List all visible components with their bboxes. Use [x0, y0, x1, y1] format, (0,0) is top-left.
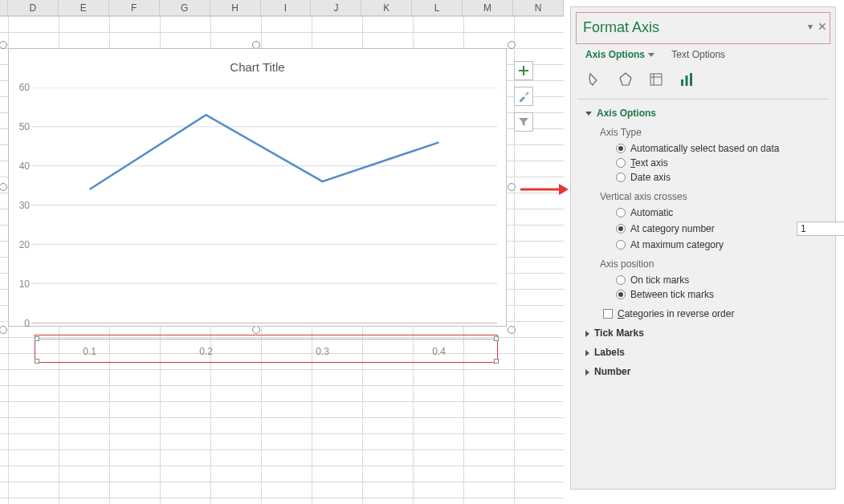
plus-icon [518, 65, 529, 76]
chart-filter-button[interactable] [514, 112, 533, 132]
svg-rect-14 [690, 73, 692, 86]
fill-line-icon[interactable] [585, 70, 605, 89]
x-axis-line[interactable] [36, 339, 496, 339]
format-axis-pane: Format Axis ▾ ✕ Axis Options Text Option… [570, 6, 836, 490]
section-header-labels[interactable]: Labels [585, 347, 835, 358]
input-category-number[interactable] [797, 222, 844, 236]
radio-vcross-catnum[interactable] [616, 224, 626, 234]
col-header[interactable]: H [210, 0, 261, 15]
chart-svg [31, 87, 497, 323]
col-header[interactable]: K [361, 0, 412, 15]
col-header[interactable]: D [8, 0, 59, 15]
plot-area[interactable] [31, 87, 497, 323]
x-axis-labels: 0.1 0.2 0.3 0.4 [31, 346, 497, 362]
col-header[interactable]: F [109, 0, 160, 15]
svg-marker-7 [559, 184, 569, 195]
radio-date-axis[interactable] [616, 173, 626, 182]
radio-label: Between tick marks [630, 289, 714, 300]
section-header-tick-marks[interactable]: Tick Marks [585, 327, 835, 339]
section-header-axis-options[interactable]: Axis Options [585, 108, 835, 119]
funnel-icon [518, 116, 529, 128]
size-properties-icon[interactable] [646, 70, 666, 89]
radio-label: On tick marks [630, 274, 689, 286]
chart-elements-button[interactable] [514, 61, 533, 80]
radio-label: At category number [630, 223, 715, 234]
svg-rect-13 [686, 75, 688, 86]
pane-title: Format Axis [583, 19, 659, 36]
svg-marker-8 [620, 73, 631, 85]
label-vertical-crosses: Vertical axis crosses [600, 191, 835, 202]
radio-label: Automatically select based on data [630, 143, 779, 154]
axis-options-icon[interactable] [677, 70, 696, 89]
pane-header-highlight: Format Axis [576, 12, 830, 44]
col-header[interactable]: G [160, 0, 210, 15]
label-axis-position: Axis position [600, 258, 835, 270]
chart-side-buttons [514, 61, 533, 132]
caret-right-icon [585, 350, 589, 356]
close-icon[interactable]: ✕ [817, 20, 827, 33]
pane-category-icons [585, 70, 835, 89]
dropdown-triangle-icon [648, 53, 654, 57]
section-header-number[interactable]: Number [585, 366, 835, 377]
checkbox-label: Categories in reverse order [618, 308, 734, 319]
radio-vcross-auto[interactable] [616, 208, 626, 217]
radio-auto-data[interactable] [616, 144, 626, 153]
pane-dropdown-icon[interactable]: ▾ [808, 21, 813, 32]
label-axis-type: Axis Type [600, 127, 835, 138]
chart-object[interactable]: Chart Title 60 50 40 30 20 10 0 [8, 48, 507, 327]
y-axis-labels: 60 50 40 30 20 10 0 [14, 87, 30, 323]
radio-vcross-max[interactable] [616, 240, 626, 250]
radio-on-tick[interactable] [616, 275, 626, 285]
col-header[interactable]: L [412, 0, 463, 15]
svg-rect-9 [650, 74, 662, 85]
axis-handle[interactable] [35, 336, 39, 341]
caret-right-icon [585, 331, 589, 337]
col-header[interactable]: N [513, 0, 564, 15]
spreadsheet-grid[interactable]: D E F G H I J K L M N Chart Title 60 50 … [0, 0, 564, 504]
radio-label: Text axis [630, 157, 668, 169]
radio-label: At maximum category [630, 239, 724, 250]
brush-icon [518, 91, 529, 102]
radio-label: Automatic [630, 207, 673, 218]
col-header-spacer [0, 0, 8, 15]
col-header[interactable]: I [261, 0, 312, 15]
chart-styles-button[interactable] [514, 87, 533, 106]
col-header[interactable]: J [311, 0, 361, 15]
chart-title[interactable]: Chart Title [9, 60, 506, 74]
svg-rect-12 [681, 79, 683, 86]
caret-right-icon [585, 369, 589, 376]
axis-handle[interactable] [494, 336, 499, 341]
radio-text-axis[interactable] [616, 158, 626, 168]
caret-down-icon [585, 112, 592, 116]
red-arrow-annotation [520, 181, 569, 197]
col-header[interactable]: E [59, 0, 109, 15]
col-header[interactable]: M [463, 0, 513, 15]
chart-series-line[interactable] [90, 115, 439, 189]
effects-icon[interactable] [616, 70, 635, 89]
radio-between-tick[interactable] [616, 290, 626, 299]
tab-axis-options[interactable]: Axis Options [585, 49, 654, 60]
column-header-row: D E F G H I J K L M N [0, 0, 564, 16]
tab-text-options[interactable]: Text Options [671, 49, 725, 60]
checkbox-reverse-order[interactable] [603, 309, 613, 319]
radio-label: Date axis [630, 172, 671, 183]
